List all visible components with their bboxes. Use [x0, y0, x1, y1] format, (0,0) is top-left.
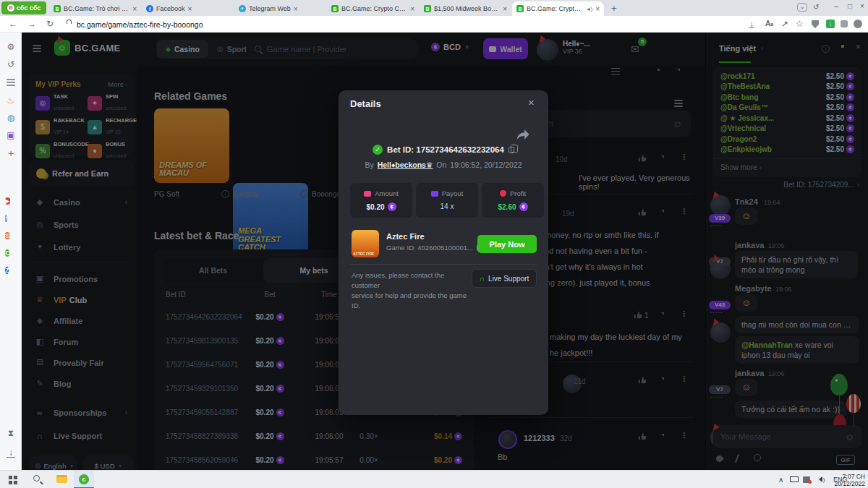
forward-icon[interactable]: →	[27, 20, 36, 28]
browser-side-rail: ⚙ ↺ ♨ ◍ ▣ + ▶ f S C Z ⧗ ↓	[0, 33, 22, 470]
extensions-icon[interactable]	[841, 20, 848, 27]
stat-profit: Profit $2.60¢	[482, 183, 544, 218]
tab-bcgame-active[interactable]: BBC.Game: Crypto Casino◄)×	[512, 1, 604, 16]
tab-bcgame-2[interactable]: BBC.Game: Crypto Casino Gam×	[327, 1, 419, 16]
close-modal-icon[interactable]: ×	[528, 96, 535, 108]
hidden-icons-chevron[interactable]: ∧	[778, 476, 783, 484]
close-tab-icon[interactable]: ×	[503, 5, 507, 13]
settings-icon[interactable]: ⚙	[0, 43, 22, 51]
window-minimize-button[interactable]: –	[830, 2, 842, 10]
bcgame-favicon: B	[331, 5, 339, 12]
game-id-value: Game ID: 4026005100001...	[386, 244, 473, 252]
divider	[350, 264, 537, 265]
bet-meta-row: By Hell♦beckons♛ On 19:06:52, 20/12/2022	[339, 160, 548, 169]
facebook-shortcut-icon[interactable]: f	[5, 210, 7, 224]
bcgame-favicon: B	[516, 5, 524, 12]
bet-datetime: 19:06:52, 20/12/2022	[450, 160, 522, 169]
url-text[interactable]: bc.game/game/aztec-fire-by-booongo	[77, 20, 203, 29]
taskbar-search-handle	[40, 481, 43, 484]
speaker-waves: )	[823, 477, 825, 482]
tab-facebook[interactable]: fFacebook×	[142, 1, 234, 16]
clock[interactable]: 7:07 CH 20/12/2022	[832, 473, 865, 487]
payout-icon	[431, 191, 438, 197]
coin-icon: ¢	[519, 202, 528, 211]
zalo-icon[interactable]: Z	[5, 262, 9, 276]
window-close-button[interactable]: ×	[857, 2, 867, 10]
close-tab-icon[interactable]: ×	[132, 5, 137, 13]
profit-icon	[500, 190, 506, 197]
telegram-favicon: ✈	[239, 5, 246, 12]
share-icon[interactable]	[516, 129, 529, 140]
amount-icon	[364, 191, 371, 197]
back-icon[interactable]: ←	[9, 20, 17, 28]
install-page-icon[interactable]: ↓	[749, 20, 754, 28]
window-maximize-button[interactable]: □	[844, 2, 856, 10]
youtube-icon[interactable]: ▶	[5, 193, 10, 207]
speaker-icon[interactable]	[816, 476, 822, 482]
start-button[interactable]	[9, 476, 12, 479]
hot-news-icon[interactable]: ♨	[0, 96, 22, 105]
chat-app-icon[interactable]: C	[5, 245, 9, 259]
bet-id-row: ✓ Bet ID: 1752734642632232064	[339, 145, 548, 155]
live-support-button[interactable]: ∩ Live Support	[472, 269, 537, 288]
tab-bcgame-1[interactable]: BBC.Game: Trò chơi sòng bạc×	[49, 1, 141, 16]
pending-downloads-icon[interactable]: ⧗	[0, 429, 22, 437]
bettor-username[interactable]: Hell♦beckons♛	[378, 160, 433, 169]
stat-amount: Amount $0.20¢	[350, 183, 412, 218]
share-icon[interactable]: ↗	[781, 20, 788, 28]
coin-icon: ¢	[388, 202, 396, 211]
bcgame-favicon: B	[424, 5, 431, 12]
headset-icon: ∩	[480, 275, 485, 283]
coccoc-logo-icon: ʘ	[7, 4, 14, 12]
copy-icon[interactable]	[509, 147, 514, 153]
bet-details-modal: Details × ✓ Bet ID: 1752734642632232064 …	[339, 90, 548, 415]
bet-id-value: Bet ID: 1752734642632232064	[387, 145, 504, 154]
tab-booongo-promo[interactable]: B$1,500 Midweek Booongo M×	[420, 1, 511, 16]
network-icon[interactable]	[790, 476, 799, 482]
game-thumbnail[interactable]: AZTEC FIRE	[352, 230, 379, 257]
verified-shield-icon: ✓	[373, 145, 383, 155]
notification-dot	[808, 480, 812, 484]
bcgame-favicon: B	[54, 5, 61, 12]
facebook-favicon: f	[146, 5, 153, 12]
brand-label: cốc cốc	[17, 4, 41, 12]
bookmark-star-icon[interactable]: ☆	[796, 20, 804, 28]
download-manager-icon[interactable]: ↓	[826, 20, 835, 28]
coccoc-brand[interactable]: ʘ cốc cốc	[1, 1, 46, 14]
browser-address-bar: ← → ↻ bc.game/game/aztec-fire-by-booongo…	[0, 16, 868, 33]
file-explorer-icon[interactable]	[56, 475, 67, 483]
coccoc-taskbar-icon: c	[79, 474, 89, 484]
tab-audio-icon[interactable]: ◄)	[586, 7, 592, 12]
taskbar-search-icon[interactable]	[33, 475, 40, 481]
modal-title: Details	[350, 98, 381, 109]
close-tab-icon[interactable]: ×	[294, 5, 298, 13]
windows-taskbar: c ∧ ) ENG 7:07 CH 20/12/2022	[0, 470, 868, 488]
game-name: Aztec Fire	[386, 232, 425, 241]
translate-icon[interactable]: Aa	[765, 20, 773, 27]
add-shortcut-icon[interactable]: +	[0, 148, 22, 158]
adblock-shield-icon[interactable]	[812, 20, 819, 28]
reading-list-icon[interactable]	[0, 77, 22, 83]
close-tab-icon[interactable]: ×	[188, 5, 192, 13]
browser-tab-bar: ʘ cốc cốc BBC.Game: Trò chơi sòng bạc× f…	[0, 0, 868, 16]
tab-telegram[interactable]: ✈Telegram Web×	[234, 1, 326, 16]
shop-shortcut-icon[interactable]: S	[5, 228, 9, 241]
profile-avatar-icon[interactable]	[854, 20, 862, 28]
support-note: Any issues, please contact the customers…	[352, 270, 467, 311]
tab-search-icon[interactable]: ⌄	[797, 3, 807, 12]
discover-icon[interactable]: ◍	[0, 114, 22, 122]
recent-tabs-icon[interactable]: ↺	[813, 3, 819, 11]
play-now-button[interactable]: Play Now	[477, 235, 537, 253]
stat-payout: Payout 14 x	[416, 183, 478, 218]
active-app-tile[interactable]: c	[74, 471, 94, 488]
tray-time: 7:07 CH	[832, 473, 865, 480]
tray-date: 20/12/2022	[832, 480, 865, 487]
reload-icon[interactable]: ↻	[46, 20, 54, 28]
history-icon[interactable]: ↺	[0, 60, 22, 69]
close-tab-icon[interactable]: ×	[595, 5, 600, 13]
close-tab-icon[interactable]: ×	[410, 5, 414, 13]
game-id-row: Game ID: 4026005100001...	[386, 244, 482, 252]
new-tab-button[interactable]: +	[611, 3, 617, 14]
downloads-tray-icon[interactable]: ↓	[7, 448, 15, 458]
games-icon[interactable]: ▣	[0, 131, 22, 140]
